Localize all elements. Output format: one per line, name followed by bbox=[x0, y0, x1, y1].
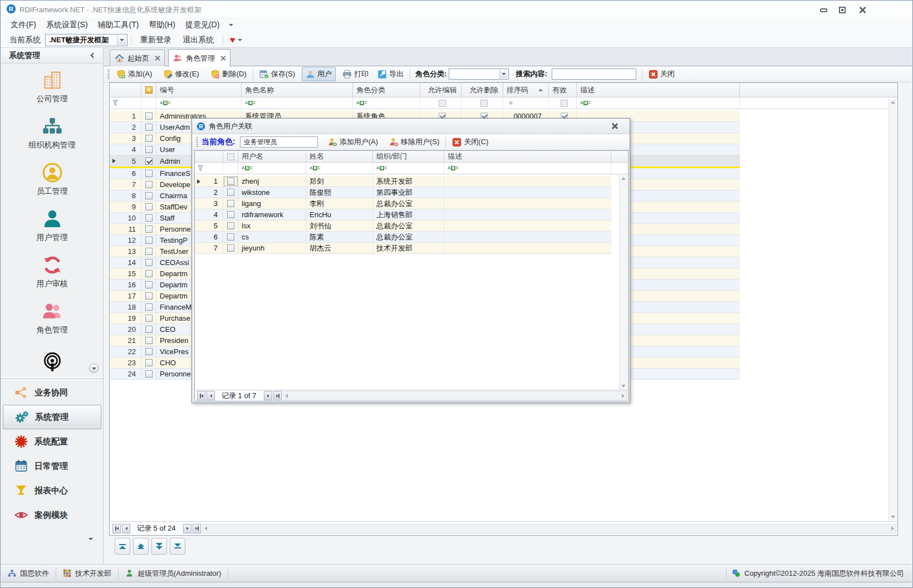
sidebar-module-building[interactable]: 公司管理 bbox=[1, 63, 103, 110]
grid-horizontal-scrollbar[interactable] bbox=[202, 524, 896, 533]
tab-close-icon[interactable] bbox=[155, 56, 160, 61]
sidebar-nav-gears[interactable]: 系统管理 bbox=[3, 405, 101, 429]
last-record-button[interactable] bbox=[193, 524, 201, 533]
table-row[interactable]: 5lsx刘书仙总裁办公室 bbox=[195, 220, 611, 232]
close-tab-button[interactable]: 关闭 bbox=[645, 67, 678, 81]
menu-tools[interactable]: 辅助工具(T) bbox=[93, 18, 144, 32]
combo-dropdown-button[interactable] bbox=[117, 35, 126, 45]
header-select-all[interactable] bbox=[141, 83, 156, 97]
select-all-checkbox[interactable] bbox=[145, 86, 153, 94]
system-combo[interactable]: .NET敏捷开发框架 bbox=[45, 34, 127, 46]
relogin-button[interactable]: 重新登录 bbox=[135, 33, 177, 47]
filter-allow-edit[interactable] bbox=[420, 97, 462, 109]
first-record-button[interactable] bbox=[112, 524, 121, 533]
collapse-icon[interactable] bbox=[91, 53, 96, 58]
sidebar-splitter[interactable] bbox=[1, 377, 103, 379]
tab-role-management[interactable]: 角色管理 bbox=[168, 49, 230, 67]
filter-department[interactable]: ABC bbox=[373, 163, 444, 174]
column-header-code[interactable]: 编号 bbox=[156, 83, 242, 97]
column-header-sort[interactable]: 排序码 bbox=[503, 83, 549, 97]
sidebar-module-user[interactable]: 用户管理 bbox=[1, 202, 103, 248]
dialog-close-icon[interactable] bbox=[611, 123, 617, 129]
filter-icon-cell[interactable] bbox=[195, 163, 223, 174]
last-record-button[interactable] bbox=[273, 391, 282, 400]
table-row[interactable]: 4rdiframeworkEricHu上海销售部 bbox=[195, 209, 611, 220]
category-combo[interactable] bbox=[449, 68, 509, 80]
first-record-button[interactable] bbox=[197, 391, 205, 400]
filter-description[interactable]: ABC bbox=[444, 163, 611, 174]
sidebar-module-roles[interactable]: 角色管理 bbox=[1, 295, 103, 341]
search-input[interactable] bbox=[552, 68, 636, 80]
exit-button[interactable]: 退出系统 bbox=[177, 33, 219, 47]
go-next-button[interactable] bbox=[151, 538, 167, 555]
maximize-button[interactable] bbox=[835, 6, 850, 14]
menu-help[interactable]: 帮助(H) bbox=[144, 18, 180, 32]
table-row[interactable]: 1zhenj郑剑系统开发部 bbox=[195, 176, 611, 187]
table-row[interactable]: 2wikstone陈俊熙第四事业部 bbox=[195, 187, 611, 198]
table-row[interactable]: 7jieyunh胡杰云技术开发部 bbox=[195, 243, 611, 254]
delete-button[interactable]: 删除(D) bbox=[207, 67, 250, 81]
column-header-description[interactable]: 描述 bbox=[577, 83, 740, 97]
filter-valid[interactable] bbox=[549, 97, 577, 109]
remove-user-button[interactable]: 移除用户(S) bbox=[386, 135, 443, 149]
minimize-button[interactable] bbox=[816, 6, 831, 14]
filter-name[interactable]: ABC bbox=[242, 97, 353, 109]
column-header-category[interactable]: 角色分类 bbox=[353, 83, 420, 97]
grid-vertical-scrollbar[interactable] bbox=[889, 99, 897, 521]
favorite-icon[interactable]: ♥ bbox=[230, 35, 235, 45]
menu-system-settings[interactable]: 系统设置(S) bbox=[41, 18, 93, 32]
column-header-allow-delete[interactable]: 允许删除 bbox=[462, 83, 503, 97]
next-record-button[interactable] bbox=[183, 524, 192, 533]
table-row[interactable]: 3ligang李刚总裁办公室 bbox=[195, 198, 611, 209]
tab-home[interactable]: 起始页 bbox=[110, 50, 165, 66]
go-prev-button[interactable] bbox=[133, 538, 149, 555]
export-button[interactable]: 导出 bbox=[374, 67, 407, 81]
user-button[interactable]: 用户 bbox=[302, 67, 336, 81]
save-button[interactable]: 保存(S) bbox=[256, 67, 298, 81]
tab-close-icon[interactable] bbox=[220, 56, 225, 61]
grid-horizontal-scrollbar[interactable] bbox=[283, 391, 627, 400]
column-header-name[interactable]: 角色名称 bbox=[242, 83, 353, 97]
sidebar-module-orgchart[interactable]: 组织机构管理 bbox=[1, 110, 103, 156]
add-button[interactable]: 添加(A) bbox=[113, 67, 155, 81]
sidebar-module-employee[interactable]: 员工管理 bbox=[1, 156, 103, 202]
sidebar-header[interactable]: 系统管理 bbox=[1, 48, 103, 63]
current-role-value[interactable]: 业务管理员 bbox=[240, 136, 318, 148]
header-select-all[interactable] bbox=[223, 151, 238, 162]
filter-icon-cell[interactable] bbox=[110, 97, 141, 109]
prev-record-button[interactable] bbox=[207, 391, 215, 400]
column-header-username[interactable]: 用户名 bbox=[238, 151, 306, 162]
sidebar-module-audit[interactable]: 用户审核 bbox=[1, 248, 103, 295]
go-first-button[interactable] bbox=[115, 538, 130, 555]
column-header-valid[interactable]: 有效 bbox=[549, 83, 577, 97]
next-record-button[interactable] bbox=[264, 391, 272, 400]
sidebar-nav-funnel[interactable]: 报表中心 bbox=[1, 478, 103, 503]
sidebar-nav-burst[interactable]: 系统配置 bbox=[1, 429, 103, 454]
edit-button[interactable]: 修改(E) bbox=[160, 67, 202, 81]
close-button[interactable] bbox=[855, 6, 870, 14]
sidebar-module-position[interactable] bbox=[1, 341, 103, 377]
dialog-title-bar[interactable]: R 角色用户关联 bbox=[192, 119, 630, 134]
go-last-button[interactable] bbox=[170, 538, 185, 555]
column-header-allow-edit[interactable]: 允许编辑 bbox=[420, 83, 462, 97]
sidebar-nav-calendar[interactable]: 日常管理 bbox=[1, 454, 103, 478]
filter-category[interactable]: ABC bbox=[353, 97, 420, 109]
column-header-name[interactable]: 姓名 bbox=[306, 151, 373, 162]
filter-name[interactable]: ABC bbox=[306, 163, 373, 174]
sidebar-nav-share[interactable]: 业务协同 bbox=[1, 380, 103, 405]
print-button[interactable]: 打印 bbox=[339, 67, 372, 81]
column-header-description[interactable]: 描述 bbox=[444, 151, 611, 162]
filter-sort[interactable]: = bbox=[503, 97, 549, 109]
prev-record-button[interactable] bbox=[122, 524, 130, 533]
menu-file[interactable]: 文件(F) bbox=[6, 18, 41, 32]
filter-username[interactable]: ABC bbox=[238, 163, 306, 174]
dialog-close-button[interactable]: 关闭(C) bbox=[449, 135, 492, 149]
grid-vertical-scrollbar[interactable] bbox=[619, 175, 627, 390]
overflow-icon[interactable] bbox=[89, 540, 93, 548]
filter-code[interactable]: ABC bbox=[156, 97, 242, 109]
menu-feedback[interactable]: 提意见(D) bbox=[180, 18, 224, 32]
table-row[interactable]: 6cs陈素总裁办公室 bbox=[195, 232, 611, 243]
filter-allow-delete[interactable] bbox=[462, 97, 503, 109]
add-user-button[interactable]: 添加用户(A) bbox=[325, 135, 381, 149]
toolbar-grip[interactable] bbox=[107, 69, 110, 79]
